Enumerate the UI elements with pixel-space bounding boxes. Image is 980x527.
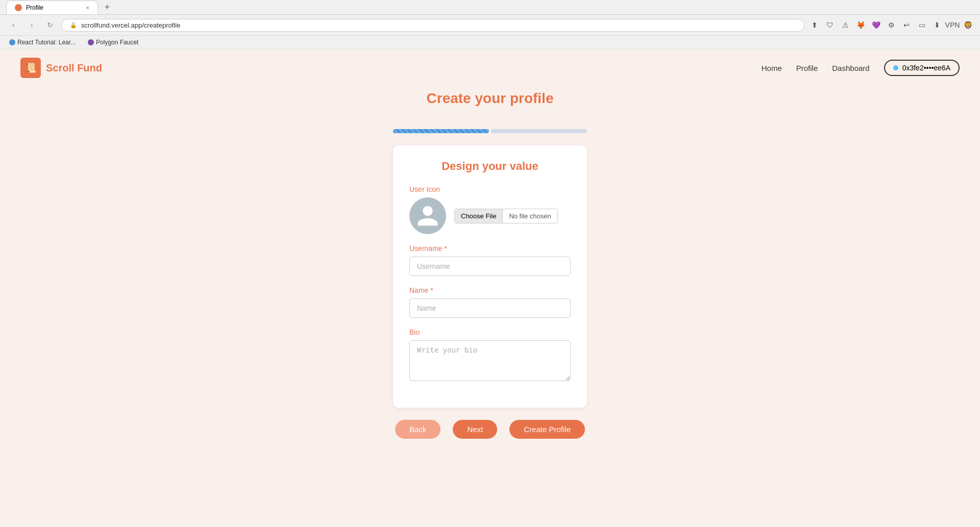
back-button[interactable]: Back (395, 420, 440, 439)
avatar-icon (415, 204, 440, 228)
form-container: Design your value User Icon Choose File … (383, 119, 597, 449)
lock-icon: 🔒 (70, 22, 77, 29)
bookmarks-bar: React Tutorial: Lear... Polygon Faucet (0, 35, 980, 49)
progress-bar (393, 129, 587, 133)
nav-dashboard[interactable]: Dashboard (832, 64, 869, 72)
bio-textarea[interactable] (409, 340, 571, 381)
username-label: Username * (409, 244, 571, 253)
sidebar-icon[interactable]: ▭ (916, 19, 928, 31)
active-tab[interactable]: Profile × (6, 1, 98, 14)
nav-links: Home Profile Dashboard 0x3fe2••••ee6A (762, 60, 960, 76)
tab-bar: Profile × + (0, 0, 980, 14)
back-button[interactable]: ‹ (6, 18, 20, 32)
toolbar-actions: ⬆ 🛡 ⚠ 🦊 💜 ⚙ ↩ ▭ ⬇ VPN 🦁 (808, 19, 974, 31)
bio-label: Bio (409, 328, 571, 336)
tab-title: Profile (26, 4, 43, 11)
refresh-button[interactable]: ↻ (43, 18, 57, 32)
history-icon[interactable]: ↩ (900, 19, 913, 31)
settings-icon[interactable]: ⚙ (885, 19, 897, 31)
avatar-placeholder (409, 197, 446, 234)
download-icon[interactable]: ⬇ (931, 19, 943, 31)
file-name-display: No file chosen (503, 209, 557, 223)
name-group: Name * (409, 286, 571, 318)
username-input[interactable] (409, 257, 571, 276)
navbar: 📜 Scroll Fund Home Profile Dashboard 0x3… (0, 49, 980, 86)
user-icon-label: User Icon (409, 185, 571, 193)
vpn-icon[interactable]: VPN (946, 19, 959, 31)
new-tab-button[interactable]: + (100, 0, 114, 14)
bookmark-react[interactable]: React Tutorial: Lear... (6, 38, 79, 47)
create-profile-button[interactable]: Create Profile (509, 420, 585, 439)
warning-icon[interactable]: ⚠ (839, 19, 851, 31)
form-card: Design your value User Icon Choose File … (393, 145, 587, 408)
browser-chrome: Profile × + ‹ › ↻ 🔒 scrollfund.vercel.ap… (0, 0, 980, 49)
username-group: Username * (409, 244, 571, 276)
brave-logo[interactable]: 🦁 (962, 19, 974, 31)
tab-close-button[interactable]: × (86, 5, 89, 11)
name-input[interactable] (409, 298, 571, 318)
logo-text: Scroll Fund (46, 62, 102, 74)
url-text: scrollfund.vercel.app/createprofile (81, 21, 180, 29)
next-button[interactable]: Next (453, 420, 497, 439)
form-card-title: Design your value (409, 160, 571, 173)
wallet-dot (893, 65, 898, 70)
user-icon-section: Choose File No file chosen (409, 197, 571, 234)
bookmark-react-label: React Tutorial: Lear... (17, 39, 76, 46)
forward-button[interactable]: › (24, 18, 39, 32)
name-label: Name * (409, 286, 571, 294)
progress-segment-1 (393, 129, 489, 133)
user-icon-group: User Icon Choose File No file chosen (409, 185, 571, 234)
page-title: Create your profile (0, 86, 980, 119)
bookmark-polygon-label: Polygon Faucet (96, 39, 138, 46)
choose-file-button[interactable]: Choose File (455, 209, 503, 223)
bookmark-react-icon (9, 39, 15, 45)
browser-toolbar: ‹ › ↻ 🔒 scrollfund.vercel.app/createprof… (0, 14, 980, 35)
bookmark-polygon[interactable]: Polygon Faucet (85, 38, 141, 47)
form-actions: Back Next Create Profile (393, 420, 587, 439)
brave-shield-icon[interactable]: 🛡 (824, 19, 836, 31)
logo-area[interactable]: 📜 Scroll Fund (20, 58, 102, 78)
wallet-button[interactable]: 0x3fe2••••ee6A (884, 60, 960, 76)
nav-home[interactable]: Home (762, 64, 782, 72)
progress-segment-2 (491, 129, 587, 133)
file-input-wrapper[interactable]: Choose File No file chosen (454, 209, 558, 223)
wallet-address: 0x3fe2••••ee6A (902, 64, 950, 72)
app-content: 📜 Scroll Fund Home Profile Dashboard 0x3… (0, 49, 980, 527)
tab-favicon (15, 4, 22, 11)
share-icon[interactable]: ⬆ (808, 19, 821, 31)
bookmark-polygon-icon (88, 39, 94, 45)
address-bar[interactable]: 🔒 scrollfund.vercel.app/createprofile (61, 19, 804, 32)
logo-icon: 📜 (20, 58, 41, 78)
bio-group: Bio (409, 328, 571, 383)
nav-profile[interactable]: Profile (796, 64, 818, 72)
extension-icon[interactable]: 🦊 (854, 19, 867, 31)
wallet-icon[interactable]: 💜 (870, 19, 882, 31)
